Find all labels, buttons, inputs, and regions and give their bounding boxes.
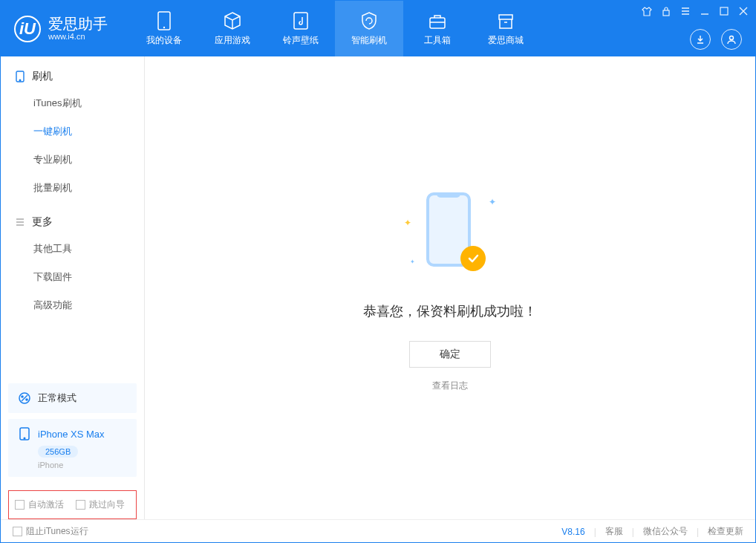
- phone-icon: [14, 71, 26, 82]
- main-content: ✦ ✦ ✦ 恭喜您，保资料刷机成功啦！ 确定 查看日志: [145, 56, 755, 519]
- svg-point-10: [21, 395, 24, 398]
- checkbox-skip-guide[interactable]: 跳过向导: [76, 498, 125, 511]
- checkbox-icon: [13, 527, 22, 536]
- sparkle-icon: ✦: [489, 197, 496, 207]
- svg-point-8: [19, 79, 21, 81]
- device-phone-icon: [17, 426, 32, 441]
- sidebar-item-download-firmware[interactable]: 下载固件: [33, 263, 144, 291]
- shield-refresh-icon: [359, 11, 379, 30]
- logo: iU 爱思助手 www.i4.cn: [1, 16, 121, 42]
- tab-toolbox[interactable]: 工具箱: [403, 1, 472, 56]
- success-check-icon: [460, 246, 486, 271]
- version-label: V8.16: [561, 527, 584, 537]
- list-icon: [14, 216, 26, 228]
- success-illustration: ✦ ✦ ✦: [398, 183, 502, 287]
- lock-icon[interactable]: [660, 5, 672, 17]
- section-title-label: 更多: [32, 215, 53, 229]
- svg-rect-2: [294, 13, 307, 29]
- svg-point-11: [25, 398, 28, 401]
- download-icon[interactable]: [690, 29, 711, 50]
- svg-point-13: [24, 438, 25, 439]
- device-icon: [154, 11, 174, 30]
- sidebar-item-batch-flash[interactable]: 批量刷机: [33, 174, 144, 202]
- svg-rect-4: [663, 10, 669, 16]
- sidebar: 刷机 iTunes刷机 一键刷机 专业刷机 批量刷机 更多 其他工具 下载固件 …: [1, 56, 145, 519]
- checkbox-icon: [15, 500, 25, 510]
- section-title-label: 刷机: [32, 70, 53, 83]
- close-icon[interactable]: [737, 5, 749, 17]
- music-file-icon: [291, 11, 310, 30]
- checkbox-label: 自动激活: [28, 498, 64, 511]
- toolbox-icon: [428, 11, 447, 30]
- sparkle-icon: ✦: [404, 218, 411, 228]
- store-icon: [496, 11, 515, 30]
- wechat-link[interactable]: 微信公众号: [643, 525, 688, 538]
- mode-card[interactable]: 正常模式: [8, 383, 137, 413]
- logo-icon: iU: [14, 16, 41, 42]
- cube-icon: [223, 11, 242, 30]
- tab-store[interactable]: 爱思商城: [472, 1, 540, 56]
- mode-icon: [17, 391, 32, 406]
- tab-smart-flash[interactable]: 智能刷机: [335, 1, 403, 56]
- tab-apps-games[interactable]: 应用游戏: [198, 1, 267, 56]
- footer: 阻止iTunes运行 V8.16 | 客服 | 微信公众号 | 检查更新: [1, 519, 755, 543]
- svg-point-1: [163, 26, 165, 27]
- device-type: iPhone: [38, 461, 63, 469]
- checkbox-icon: [76, 500, 85, 510]
- checkbox-block-itunes[interactable]: 阻止iTunes运行: [13, 525, 88, 538]
- sidebar-section-more: 更多: [1, 202, 144, 235]
- sidebar-item-pro-flash[interactable]: 专业刷机: [33, 146, 144, 174]
- sidebar-item-oneclick-flash[interactable]: 一键刷机: [33, 117, 144, 146]
- user-icon[interactable]: [721, 29, 742, 50]
- checkbox-label: 阻止iTunes运行: [26, 525, 88, 538]
- options-highlight-box: 自动激活 跳过向导: [8, 490, 137, 519]
- support-link[interactable]: 客服: [605, 525, 623, 538]
- app-header: iU 爱思助手 www.i4.cn 我的设备 应用游戏 铃声壁纸 智能刷机 工具…: [1, 1, 755, 56]
- svg-rect-3: [430, 18, 445, 28]
- checkbox-label: 跳过向导: [89, 498, 125, 511]
- app-title: 爱思助手: [48, 16, 108, 32]
- view-log-link[interactable]: 查看日志: [432, 380, 468, 392]
- device-capacity: 256GB: [38, 446, 78, 458]
- app-url: www.i4.cn: [48, 32, 108, 41]
- svg-rect-5: [720, 7, 728, 15]
- svg-point-6: [730, 36, 734, 40]
- sidebar-item-other-tools[interactable]: 其他工具: [33, 235, 144, 263]
- sidebar-item-itunes-flash[interactable]: iTunes刷机: [33, 89, 144, 117]
- minimize-icon[interactable]: [699, 5, 711, 17]
- sidebar-item-advanced[interactable]: 高级功能: [33, 291, 144, 319]
- main-tabs: 我的设备 应用游戏 铃声壁纸 智能刷机 工具箱 爱思商城: [130, 1, 540, 56]
- window-controls: [641, 5, 749, 17]
- header-action-icons: [690, 29, 742, 50]
- tab-ringtone-wallpaper[interactable]: 铃声壁纸: [267, 1, 335, 56]
- sidebar-section-flash: 刷机: [1, 56, 144, 89]
- confirm-button[interactable]: 确定: [409, 341, 491, 368]
- device-name: iPhone XS Max: [38, 429, 105, 440]
- shirt-icon[interactable]: [641, 5, 653, 17]
- tab-my-device[interactable]: 我的设备: [130, 1, 198, 56]
- sparkle-icon: ✦: [410, 259, 415, 265]
- mode-label: 正常模式: [38, 391, 76, 405]
- check-update-link[interactable]: 检查更新: [708, 525, 743, 538]
- maximize-icon[interactable]: [718, 5, 730, 17]
- success-title: 恭喜您，保资料刷机成功啦！: [363, 302, 537, 320]
- device-card[interactable]: iPhone XS Max 256GB iPhone: [8, 419, 137, 477]
- menu-icon[interactable]: [680, 5, 691, 17]
- checkbox-auto-activate[interactable]: 自动激活: [15, 498, 64, 511]
